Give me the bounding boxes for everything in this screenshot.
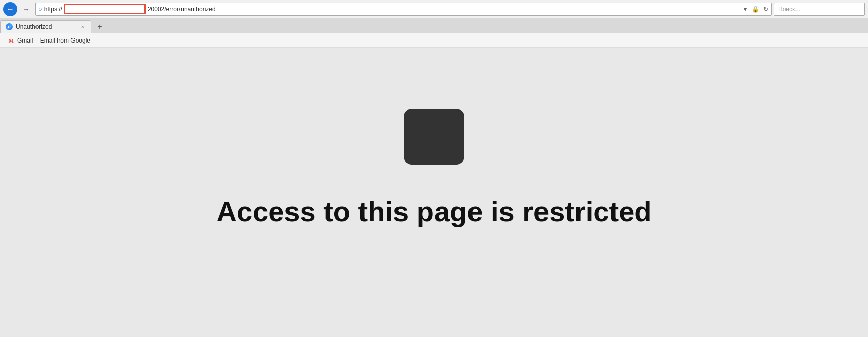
tab-label: Unauthorized (16, 23, 77, 30)
tab-bar: Unauthorized × + (0, 18, 868, 33)
address-bar[interactable]: ○ https:// 20002/error/unauthorized ▼ 🔒 … (35, 3, 772, 16)
back-button[interactable]: ← (3, 2, 17, 16)
new-tab-button[interactable]: + (93, 20, 106, 33)
dropdown-button[interactable]: ▼ (741, 5, 749, 14)
url-prefix: https:// (44, 6, 62, 13)
active-tab[interactable]: Unauthorized × (0, 20, 91, 33)
bookmarks-bar: M Gmail – Email from Google (0, 33, 868, 48)
restricted-icon (404, 109, 464, 165)
url-rest: 20002/error/unauthorized (148, 6, 216, 13)
address-bar-actions: ▼ 🔒 ↻ (741, 5, 769, 14)
url-highlighted-input[interactable] (64, 4, 146, 14)
tab-close-button[interactable]: × (80, 24, 86, 30)
search-placeholder: Поиск... (778, 6, 800, 13)
main-content: Access to this page is restricted (0, 48, 868, 337)
nav-bar: ← → ○ https:// 20002/error/unauthorized … (0, 0, 868, 18)
ie-favicon-icon (6, 23, 13, 30)
page-heading: Access to this page is restricted (216, 195, 652, 228)
forward-button[interactable]: → (19, 2, 33, 16)
bookmark-gmail[interactable]: M Gmail – Email from Google (4, 36, 93, 45)
lock-button[interactable]: 🔒 (751, 5, 761, 14)
search-bar[interactable]: Поиск... (774, 3, 865, 16)
gmail-favicon-icon: M (7, 37, 15, 44)
tab-favicon (6, 23, 13, 30)
bookmark-gmail-label: Gmail – Email from Google (17, 37, 90, 44)
browser-chrome: ← → ○ https:// 20002/error/unauthorized … (0, 0, 868, 48)
refresh-button[interactable]: ↻ (762, 5, 769, 14)
ie-address-icon: ○ (38, 5, 42, 13)
